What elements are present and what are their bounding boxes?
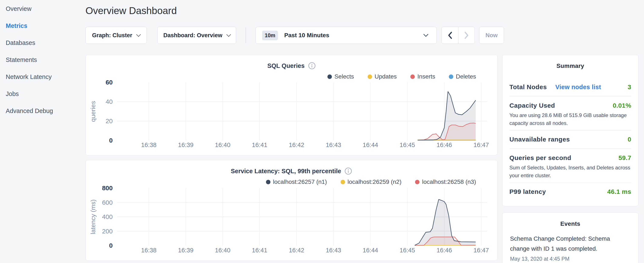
service-latency-panel: Service Latency: SQL, 99th percentileloc…	[86, 160, 498, 261]
events-panel: Events Schema Change Completed: Schema c…	[502, 212, 638, 263]
svg-text:16:40: 16:40	[215, 247, 230, 254]
svg-text:16:38: 16:38	[141, 247, 157, 254]
svg-text:16:41: 16:41	[252, 247, 268, 254]
chevron-down-icon	[423, 34, 428, 37]
svg-text:16:44: 16:44	[363, 247, 378, 254]
sidebar-item-metrics[interactable]: Metrics	[6, 22, 86, 39]
sidebar-item-advanced-debug[interactable]: Advanced Debug	[6, 107, 86, 124]
dashboard-dropdown[interactable]: Dashboard: Overview	[157, 27, 236, 44]
time-range-badge: 10m	[262, 31, 278, 40]
summary-row-value: 3	[628, 83, 631, 91]
summary-row-label: Capacity Used	[510, 102, 555, 109]
summary-row-description: Sum of Selects, Updates, Inserts, and De…	[510, 164, 631, 179]
dashboard-dropdown-label: Dashboard: Overview	[163, 32, 222, 39]
time-range-label: Past 10 Minutes	[284, 32, 329, 39]
now-button[interactable]: Now	[479, 27, 504, 44]
graph-dropdown-label: Graph: Cluster	[92, 32, 132, 39]
svg-text:16:42: 16:42	[289, 141, 304, 148]
svg-text:16:39: 16:39	[178, 141, 194, 148]
svg-text:16:46: 16:46	[436, 141, 452, 148]
summary-panel: Summary Total NodesView nodes list3Capac…	[502, 55, 638, 206]
sidebar: OverviewMetricsDatabasesStatementsNetwor…	[0, 0, 86, 263]
svg-text:16:46: 16:46	[436, 247, 452, 254]
time-step-buttons	[442, 27, 475, 44]
event-timestamp: May 13, 2020 at 4:45 PM	[510, 256, 630, 262]
svg-text:16:45: 16:45	[400, 141, 415, 148]
svg-text:16:40: 16:40	[215, 141, 230, 148]
time-forward-button[interactable]	[458, 27, 474, 44]
svg-text:16:42: 16:42	[289, 247, 304, 254]
sql-queries-panel: SQL QueriesSelectsUpdatesInsertsDeletes0…	[86, 55, 498, 155]
sidebar-item-databases[interactable]: Databases	[6, 39, 86, 56]
toolbar-divider	[246, 28, 246, 43]
svg-text:queries: queries	[90, 101, 96, 122]
summary-row-value: 0	[628, 136, 631, 143]
sidebar-item-statements[interactable]: Statements	[6, 56, 86, 73]
svg-text:60: 60	[106, 79, 113, 86]
event-message: Schema Change Completed: Schema change w…	[510, 234, 618, 254]
chevron-down-icon	[136, 32, 141, 37]
sidebar-item-network-latency[interactable]: Network Latency	[6, 73, 86, 90]
svg-text:200: 200	[102, 228, 113, 235]
svg-text:16:43: 16:43	[326, 141, 341, 148]
summary-row: P99 latency46.1 ms	[510, 183, 631, 201]
svg-text:40: 40	[106, 98, 113, 105]
summary-row: Capacity Used0.01%You are using 28.6 MiB…	[510, 96, 631, 130]
time-back-button[interactable]	[442, 27, 458, 44]
svg-text:latency (ms): latency (ms)	[90, 199, 96, 234]
svg-text:16:39: 16:39	[178, 247, 194, 254]
chevron-down-icon	[226, 32, 231, 37]
summary-row-value: 46.1 ms	[607, 188, 631, 195]
time-range-selector[interactable]: 10m Past 10 Minutes	[256, 27, 437, 44]
svg-text:16:44: 16:44	[363, 141, 378, 148]
summary-row-value: 59.7	[618, 154, 631, 161]
svg-text:16:47: 16:47	[474, 141, 489, 148]
summary-row: Queries per second59.7Sum of Selects, Up…	[510, 149, 631, 183]
svg-text:16:41: 16:41	[252, 141, 268, 148]
svg-text:400: 400	[102, 213, 113, 220]
svg-text:16:43: 16:43	[326, 247, 341, 254]
summary-row: Unavailable ranges0	[510, 130, 631, 149]
svg-text:16:45: 16:45	[400, 247, 415, 254]
svg-text:0: 0	[109, 137, 113, 144]
svg-text:800: 800	[102, 184, 113, 191]
summary-row-description: You are using 28.6 MiB of 515.9 GiB usab…	[510, 111, 631, 127]
summary-row-value: 0.01%	[613, 102, 631, 109]
events-title: Events	[502, 213, 638, 227]
view-nodes-list-link[interactable]: View nodes list	[555, 84, 601, 91]
toolbar: Graph: Cluster Dashboard: Overview 10m P…	[86, 27, 504, 44]
summary-row-label: Queries per second	[510, 154, 571, 161]
summary-title: Summary	[502, 55, 638, 69]
chevron-left-icon	[448, 32, 452, 39]
svg-text:16:38: 16:38	[141, 141, 157, 148]
svg-text:0: 0	[109, 242, 113, 249]
summary-row-label: Unavailable ranges	[510, 136, 570, 143]
svg-text:16:47: 16:47	[474, 247, 489, 254]
sql-queries-plot: 0204060queries16:3816:3916:4016:4116:421…	[86, 55, 498, 156]
sidebar-item-jobs[interactable]: Jobs	[6, 90, 86, 107]
svg-text:600: 600	[102, 199, 113, 206]
svg-text:20: 20	[106, 117, 113, 124]
service-latency-sql-99th-percentile-plot: 0200400600800latency (ms)16:3816:3916:40…	[86, 160, 498, 261]
summary-row-label: P99 latency	[510, 188, 546, 195]
page-title: Overview Dashboard	[86, 5, 177, 17]
summary-row: Total NodesView nodes list3	[510, 78, 631, 96]
summary-row-label: Total Nodes	[510, 83, 547, 91]
graph-dropdown[interactable]: Graph: Cluster	[86, 27, 147, 44]
chevron-right-icon	[464, 32, 469, 39]
sidebar-item-overview[interactable]: Overview	[6, 5, 86, 22]
